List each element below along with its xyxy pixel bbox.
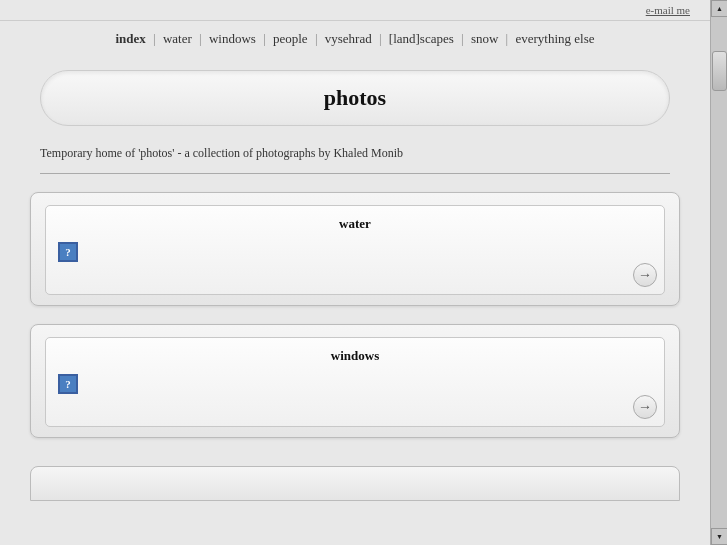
card-inner-windows: windows ? — [45, 337, 665, 427]
scroll-down-icon: ▼ — [716, 533, 723, 541]
nav-item-windows[interactable]: windows — [209, 31, 256, 46]
nav-item-water[interactable]: water — [163, 31, 192, 46]
card-inner-water: water ? — [45, 205, 665, 295]
partial-card — [30, 466, 680, 501]
nav-item-index[interactable]: index — [115, 31, 145, 46]
cards-area: water ? → windows ? → — [0, 182, 710, 466]
nav-separator-1: | — [153, 31, 156, 46]
card-arrow-water[interactable]: → — [633, 263, 657, 287]
nav-item-landscapes[interactable]: [land]scapes — [389, 31, 454, 46]
scroll-up-icon: ▲ — [716, 5, 723, 13]
nav-item-everything-else[interactable]: everything else — [515, 31, 594, 46]
nav-item-people[interactable]: people — [273, 31, 308, 46]
nav-separator-3: | — [263, 31, 266, 46]
title-container: photos — [0, 55, 710, 136]
email-link[interactable]: e-mail me — [646, 4, 690, 16]
category-card-water: water ? → — [30, 192, 680, 306]
nav-separator-4: | — [315, 31, 318, 46]
nav-separator-5: | — [379, 31, 382, 46]
card-image-windows[interactable]: ? — [58, 374, 78, 394]
card-title-windows: windows — [58, 348, 652, 364]
nav-item-vysehrad[interactable]: vysehrad — [325, 31, 372, 46]
card-title-water: water — [58, 216, 652, 232]
scrollbar-thumb[interactable] — [712, 51, 727, 91]
card-arrow-windows[interactable]: → — [633, 395, 657, 419]
nav-item-snow[interactable]: snow — [471, 31, 498, 46]
card-image-water[interactable]: ? — [58, 242, 78, 262]
nav-separator-6: | — [461, 31, 464, 46]
category-card-windows: windows ? → — [30, 324, 680, 438]
subtitle: Temporary home of 'photos' - a collectio… — [0, 136, 710, 165]
nav-separator-7: | — [506, 31, 509, 46]
scrollbar-down-button[interactable]: ▼ — [711, 528, 727, 545]
email-bar: e-mail me — [0, 0, 710, 21]
page-title: photos — [40, 70, 670, 126]
nav-separator-2: | — [199, 31, 202, 46]
divider — [40, 173, 670, 174]
scrollbar-up-button[interactable]: ▲ — [711, 0, 727, 17]
nav-bar: index | water | windows | people | vyseh… — [0, 21, 710, 55]
